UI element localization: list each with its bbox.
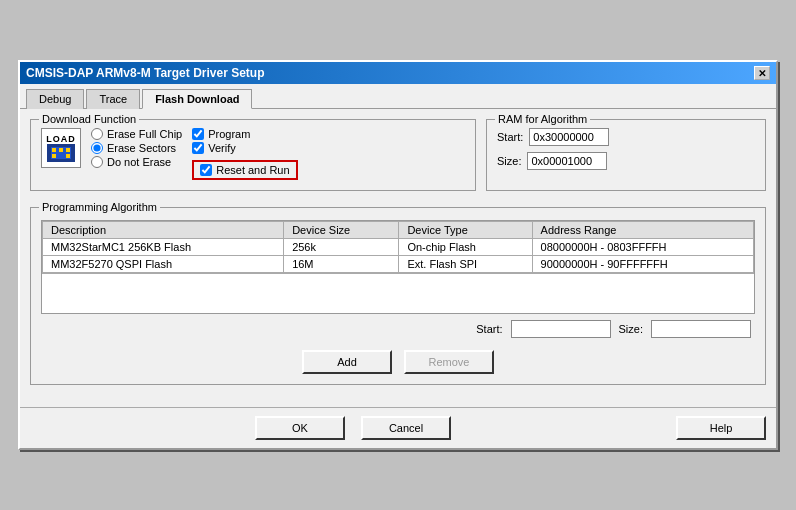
algo-buttons: Add Remove	[41, 350, 755, 374]
program-label: Program	[208, 128, 250, 140]
verify-label: Verify	[208, 142, 236, 154]
table-row[interactable]: MM32StarMC1 256KB Flash256kOn-chip Flash…	[43, 239, 754, 256]
svg-rect-5	[66, 148, 70, 152]
window-title: CMSIS-DAP ARMv8-M Target Driver Setup	[26, 66, 264, 80]
tab-flash-download[interactable]: Flash Download	[142, 89, 252, 109]
ram-size-input[interactable]	[527, 152, 607, 170]
tab-debug[interactable]: Debug	[26, 89, 84, 109]
reset-and-run-checkbox[interactable]	[200, 164, 212, 176]
algo-size-label: Size:	[619, 323, 643, 335]
svg-rect-7	[59, 154, 63, 158]
col-device-size: Device Size	[284, 222, 399, 239]
add-button[interactable]: Add	[302, 350, 392, 374]
ram-group: Start: Size:	[497, 128, 755, 170]
load-text: LOAD	[46, 134, 76, 144]
do-not-erase-row: Do not Erase	[91, 156, 182, 168]
top-section: Download Function LOAD	[30, 119, 766, 199]
col-description: Description	[43, 222, 284, 239]
program-checkbox[interactable]	[192, 128, 204, 140]
chip-svg	[47, 144, 75, 162]
algo-start-input[interactable]	[511, 320, 611, 338]
load-chip	[47, 144, 75, 162]
table-row[interactable]: MM32F5270 QSPI Flash16MExt. Flash SPI900…	[43, 256, 754, 273]
header-row: Description Device Size Device Type Addr…	[43, 222, 754, 239]
close-button[interactable]: ✕	[754, 66, 770, 80]
verify-row: Verify	[192, 142, 297, 154]
svg-rect-2	[52, 148, 56, 152]
ram-for-algorithm-group: RAM for Algorithm Start: Size:	[486, 119, 766, 191]
reset-and-run-label: Reset and Run	[216, 164, 289, 176]
svg-rect-6	[66, 154, 70, 158]
remove-button[interactable]: Remove	[404, 350, 494, 374]
ram-start-label: Start:	[497, 131, 523, 143]
cancel-button[interactable]: Cancel	[361, 416, 451, 440]
main-content: Download Function LOAD	[20, 109, 776, 403]
ram-start-input[interactable]	[529, 128, 609, 146]
ram-for-algorithm-label: RAM for Algorithm	[495, 113, 590, 125]
algorithm-table: Description Device Size Device Type Addr…	[42, 221, 754, 273]
do-not-erase-radio[interactable]	[91, 156, 103, 168]
programming-algorithm-group: Programming Algorithm Description Device…	[30, 207, 766, 385]
programming-algorithm-label: Programming Algorithm	[39, 201, 160, 213]
footer-center: OK Cancel	[255, 416, 451, 440]
download-function-inner: LOAD	[41, 128, 465, 180]
tab-bar: Debug Trace Flash Download	[20, 84, 776, 109]
title-bar: CMSIS-DAP ARMv8-M Target Driver Setup ✕	[20, 62, 776, 84]
erase-sectors-row: Erase Sectors	[91, 142, 182, 154]
svg-rect-3	[59, 148, 63, 152]
program-row: Program	[192, 128, 297, 140]
table-header: Description Device Size Device Type Addr…	[43, 222, 754, 239]
algo-start-label: Start:	[476, 323, 502, 335]
erase-full-chip-label: Erase Full Chip	[107, 128, 182, 140]
ok-button[interactable]: OK	[255, 416, 345, 440]
ram-start-row: Start:	[497, 128, 755, 146]
svg-rect-4	[52, 154, 56, 158]
download-function-label: Download Function	[39, 113, 139, 125]
tab-trace[interactable]: Trace	[86, 89, 140, 109]
col-address-range: Address Range	[532, 222, 753, 239]
algorithm-table-area: Description Device Size Device Type Addr…	[41, 220, 755, 314]
checkbox-group: Program Verify Reset and Run	[192, 128, 297, 180]
table-body: MM32StarMC1 256KB Flash256kOn-chip Flash…	[43, 239, 754, 273]
ram-size-label: Size:	[497, 155, 521, 167]
col-device-type: Device Type	[399, 222, 532, 239]
reset-and-run-box: Reset and Run	[192, 160, 297, 180]
erase-full-chip-row: Erase Full Chip	[91, 128, 182, 140]
load-icon: LOAD	[41, 128, 81, 168]
erase-full-chip-radio[interactable]	[91, 128, 103, 140]
download-function-group: Download Function LOAD	[30, 119, 476, 191]
erase-sectors-label: Erase Sectors	[107, 142, 176, 154]
main-window: CMSIS-DAP ARMv8-M Target Driver Setup ✕ …	[18, 60, 778, 450]
verify-checkbox[interactable]	[192, 142, 204, 154]
erase-radio-group: Erase Full Chip Erase Sectors Do not Era…	[91, 128, 182, 168]
erase-sectors-radio[interactable]	[91, 142, 103, 154]
do-not-erase-label: Do not Erase	[107, 156, 171, 168]
help-button[interactable]: Help	[676, 416, 766, 440]
footer: OK Cancel Help	[20, 407, 776, 448]
ram-size-row: Size:	[497, 152, 755, 170]
algo-size-input[interactable]	[651, 320, 751, 338]
empty-table-area	[42, 273, 754, 313]
algo-bottom: Start: Size:	[41, 314, 755, 342]
